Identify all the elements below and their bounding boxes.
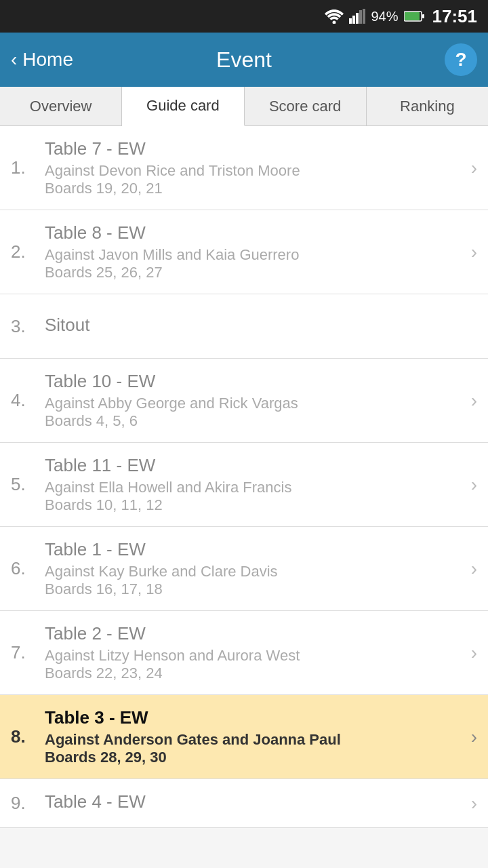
chevron-right-icon: › <box>471 558 477 580</box>
list-item[interactable]: 5. Table 11 - EW Against Ella Howell and… <box>0 443 488 527</box>
item-number: 7. <box>11 642 45 663</box>
svg-rect-3 <box>356 13 359 24</box>
tab-overview[interactable]: Overview <box>0 87 122 125</box>
item-number: 9. <box>11 793 45 814</box>
item-number: 4. <box>11 390 45 411</box>
page-title: Event <box>216 47 272 73</box>
item-number: 2. <box>11 241 45 262</box>
chevron-right-icon: › <box>471 241 477 263</box>
guide-card-list: 1. Table 7 - EW Against Devon Rice and T… <box>0 126 488 828</box>
item-against: Against Abby George and Rick Vargas <box>45 395 466 412</box>
chevron-right-icon: › <box>471 726 477 748</box>
item-boards: Boards 10, 11, 12 <box>45 496 466 514</box>
item-content: Table 8 - EW Against Javon Mills and Kai… <box>45 222 466 281</box>
svg-rect-5 <box>363 9 365 24</box>
item-table-name: Table 10 - EW <box>45 371 466 392</box>
item-number: 6. <box>11 558 45 579</box>
wifi-icon <box>325 9 344 24</box>
item-number: 8. <box>11 726 45 747</box>
battery-level: 94% <box>371 9 398 24</box>
item-number: 1. <box>11 157 45 178</box>
list-item[interactable]: 6. Table 1 - EW Against Kay Burke and Cl… <box>0 527 488 611</box>
item-table-name: Table 2 - EW <box>45 623 466 644</box>
item-content: Table 10 - EW Against Abby George and Ri… <box>45 371 466 430</box>
item-table-name: Table 3 - EW <box>45 707 466 728</box>
item-against: Against Devon Rice and Triston Moore <box>45 162 466 180</box>
list-item[interactable]: 2. Table 8 - EW Against Javon Mills and … <box>0 210 488 294</box>
item-boards: Boards 4, 5, 6 <box>45 412 466 430</box>
item-table-name: Table 11 - EW <box>45 455 466 476</box>
chevron-right-icon: › <box>471 157 477 179</box>
item-boards: Boards 22, 23, 24 <box>45 665 466 682</box>
list-item[interactable]: 4. Table 10 - EW Against Abby George and… <box>0 359 488 443</box>
list-item[interactable]: 1. Table 7 - EW Against Devon Rice and T… <box>0 126 488 210</box>
chevron-right-icon: › <box>471 474 477 496</box>
svg-point-0 <box>333 21 336 24</box>
item-number: 5. <box>11 474 45 495</box>
item-against: Against Anderson Gates and Joanna Paul <box>45 731 466 749</box>
item-against: Against Litzy Henson and Aurora West <box>45 647 466 665</box>
item-table-name: Table 8 - EW <box>45 222 466 243</box>
item-content: Table 7 - EW Against Devon Rice and Tris… <box>45 138 466 197</box>
item-against: Against Kay Burke and Clare Davis <box>45 563 466 580</box>
list-item[interactable]: 9. Table 4 - EW › <box>0 779 488 828</box>
tab-ranking[interactable]: Ranking <box>367 87 488 125</box>
help-button[interactable]: ? <box>445 43 477 76</box>
item-boards: Boards 28, 29, 30 <box>45 749 466 766</box>
item-content: Table 2 - EW Against Litzy Henson and Au… <box>45 623 466 682</box>
list-item[interactable]: 8. Table 3 - EW Against Anderson Gates a… <box>0 695 488 779</box>
chevron-right-icon: › <box>471 793 477 814</box>
status-icons: 94% <box>325 9 424 24</box>
tab-score-card[interactable]: Score card <box>245 87 367 125</box>
tab-guide-card[interactable]: Guide card <box>122 87 244 126</box>
battery-icon <box>404 10 424 22</box>
svg-rect-8 <box>422 14 424 18</box>
app-header: ‹ Home Event ? <box>0 33 488 87</box>
list-item[interactable]: 7. Table 2 - EW Against Litzy Henson and… <box>0 611 488 695</box>
item-content: Table 3 - EW Against Anderson Gates and … <box>45 707 466 766</box>
item-content: Table 11 - EW Against Ella Howell and Ak… <box>45 455 466 514</box>
svg-rect-1 <box>349 18 352 24</box>
item-content: Sitout <box>45 315 477 338</box>
item-against: Against Ella Howell and Akira Francis <box>45 479 466 496</box>
item-content: Table 1 - EW Against Kay Burke and Clare… <box>45 539 466 598</box>
item-boards: Boards 25, 26, 27 <box>45 264 466 281</box>
item-boards: Boards 16, 17, 18 <box>45 580 466 598</box>
signal-icon <box>349 9 365 24</box>
chevron-right-icon: › <box>471 390 477 412</box>
item-table-name: Table 4 - EW <box>45 791 466 812</box>
item-boards: Boards 19, 20, 21 <box>45 180 466 197</box>
back-label: Home <box>22 49 73 71</box>
list-item[interactable]: 3. Sitout <box>0 294 488 359</box>
chevron-right-icon: › <box>471 642 477 664</box>
item-table-name: Table 1 - EW <box>45 539 466 560</box>
item-content: Table 4 - EW <box>45 791 466 815</box>
status-bar: 94% 17:51 <box>0 0 488 33</box>
item-table-name: Sitout <box>45 315 477 336</box>
item-number: 3. <box>11 316 45 337</box>
tab-bar: Overview Guide card Score card Ranking <box>0 87 488 126</box>
item-table-name: Table 7 - EW <box>45 138 466 159</box>
clock: 17:51 <box>432 6 478 27</box>
svg-rect-2 <box>352 16 355 24</box>
back-chevron-icon: ‹ <box>11 49 17 71</box>
svg-rect-4 <box>359 10 362 24</box>
svg-rect-7 <box>405 12 420 20</box>
back-button[interactable]: ‹ Home <box>11 49 73 71</box>
item-against: Against Javon Mills and Kaia Guerrero <box>45 246 466 264</box>
